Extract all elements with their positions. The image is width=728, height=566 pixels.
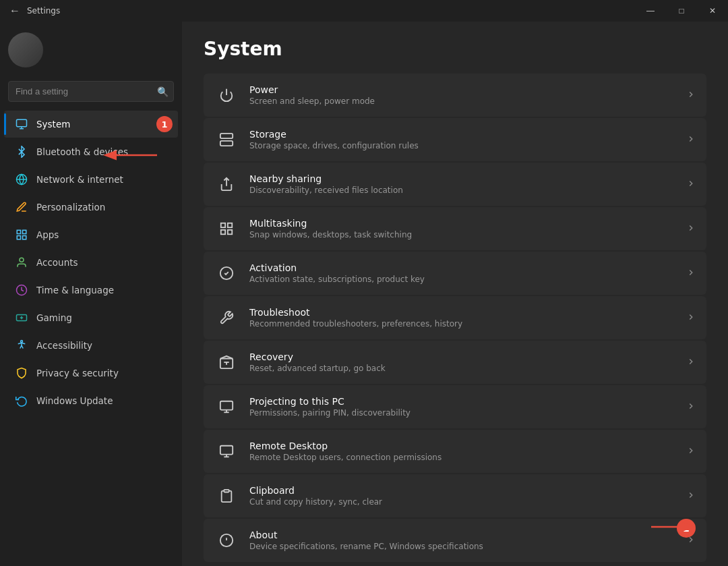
avatar bbox=[8, 32, 43, 67]
chevron-right-icon bbox=[686, 312, 696, 324]
settings-item-subtitle: Snap windows, desktops, task switching bbox=[249, 230, 675, 239]
activation-setting-icon bbox=[214, 261, 239, 285]
settings-item-text: ActivationActivation state, subscription… bbox=[249, 262, 675, 284]
window-controls: — □ ✕ bbox=[635, 0, 728, 22]
nav-item-label: Personalization bbox=[36, 202, 105, 213]
sidebar-item-accounts[interactable]: Accounts bbox=[4, 249, 178, 276]
settings-item-title: Clipboard bbox=[249, 485, 675, 496]
settings-item-subtitle: Permissions, pairing PIN, discoverabilit… bbox=[249, 408, 675, 418]
svg-point-9 bbox=[20, 258, 24, 262]
settings-item-text: AboutDevice specifications, rename PC, W… bbox=[249, 530, 675, 551]
clipboard-setting-icon bbox=[214, 484, 239, 508]
sidebar-item-gaming[interactable]: Gaming bbox=[4, 304, 178, 331]
sidebar-item-time[interactable]: Time & language bbox=[4, 277, 178, 304]
app-title: Settings bbox=[27, 6, 60, 16]
svg-rect-25 bbox=[221, 230, 225, 234]
title-bar-left: ← Settings bbox=[8, 4, 60, 18]
close-button[interactable]: ✕ bbox=[697, 0, 728, 22]
svg-rect-0 bbox=[17, 119, 27, 127]
settings-item-text: TroubleshootRecommended troubleshooters,… bbox=[249, 307, 675, 329]
settings-item-multitasking[interactable]: MultitaskingSnap windows, desktops, task… bbox=[204, 207, 706, 250]
nav-item-label: Gaming bbox=[36, 312, 72, 323]
power-setting-icon bbox=[214, 83, 239, 107]
svg-rect-6 bbox=[23, 230, 26, 233]
sidebar-item-personalization[interactable]: Personalization bbox=[4, 194, 178, 221]
title-bar: ← Settings — □ ✕ bbox=[0, 0, 728, 22]
search-box: 🔍 bbox=[8, 81, 174, 102]
back-button[interactable]: ← bbox=[8, 4, 22, 18]
settings-item-text: Nearby sharingDiscoverability, received … bbox=[249, 173, 675, 195]
settings-item-subtitle: Activation state, subscriptions, product… bbox=[249, 275, 675, 284]
svg-rect-5 bbox=[17, 230, 20, 233]
user-section bbox=[0, 22, 182, 78]
settings-item-activation[interactable]: ActivationActivation state, subscription… bbox=[204, 252, 706, 295]
settings-item-title: Multitasking bbox=[249, 218, 675, 229]
settings-item-text: ClipboardCut and copy history, sync, cle… bbox=[249, 485, 675, 507]
settings-item-subtitle: Reset, advanced startup, go back bbox=[249, 364, 675, 373]
chevron-right-icon bbox=[686, 268, 696, 279]
multitasking-setting-icon bbox=[214, 217, 239, 241]
settings-item-nearby[interactable]: Nearby sharingDiscoverability, received … bbox=[204, 163, 706, 206]
svg-rect-17 bbox=[220, 134, 233, 138]
settings-item-recovery[interactable]: RecoveryReset, advanced startup, go back bbox=[204, 341, 706, 384]
settings-item-title: Power bbox=[249, 84, 675, 95]
nav-item-label: Privacy & security bbox=[36, 368, 119, 378]
projecting-setting-icon bbox=[214, 395, 239, 419]
sidebar-item-update[interactable]: Windows Update bbox=[4, 387, 178, 414]
svg-rect-24 bbox=[228, 230, 232, 234]
nav-item-label: Time & language bbox=[36, 285, 114, 295]
app-body: 🔍 System1Bluetooth & devicesNetwork & in… bbox=[0, 22, 728, 566]
svg-rect-7 bbox=[23, 236, 26, 239]
chevron-right-icon bbox=[686, 490, 696, 502]
settings-item-text: Remote DesktopRemote Desktop users, conn… bbox=[249, 441, 675, 462]
apps-icon bbox=[15, 228, 28, 242]
bluetooth-icon bbox=[15, 145, 28, 159]
nav-item-label: Windows Update bbox=[36, 395, 113, 406]
sidebar-item-system[interactable]: System1 bbox=[4, 111, 178, 138]
settings-item-title: Remote Desktop bbox=[249, 441, 675, 451]
maximize-button[interactable]: □ bbox=[666, 0, 697, 22]
search-input[interactable] bbox=[8, 81, 174, 102]
content-area: System PowerScreen and sleep, power mode… bbox=[182, 22, 728, 566]
settings-item-power[interactable]: PowerScreen and sleep, power mode bbox=[204, 74, 706, 117]
accessibility-icon bbox=[15, 339, 28, 352]
settings-item-storage[interactable]: StorageStorage space, drives, configurat… bbox=[204, 118, 706, 161]
nav-item-label: System bbox=[36, 119, 70, 130]
settings-item-text: RecoveryReset, advanced startup, go back bbox=[249, 351, 675, 373]
chevron-right-icon bbox=[686, 357, 696, 368]
settings-item-clipboard[interactable]: ClipboardCut and copy history, sync, cle… bbox=[204, 474, 706, 517]
settings-item-text: MultitaskingSnap windows, desktops, task… bbox=[249, 218, 675, 239]
nearby-setting-icon bbox=[214, 172, 239, 196]
sidebar-item-network[interactable]: Network & internet bbox=[4, 166, 178, 193]
nav-item-label: Bluetooth & devices bbox=[36, 146, 128, 157]
settings-item-text: PowerScreen and sleep, power mode bbox=[249, 84, 675, 106]
network-icon bbox=[15, 173, 28, 186]
chevron-right-icon bbox=[686, 134, 696, 146]
settings-item-subtitle: Cut and copy history, sync, clear bbox=[249, 497, 675, 507]
update-icon bbox=[15, 394, 28, 407]
minimize-button[interactable]: — bbox=[635, 0, 666, 22]
sidebar-item-accessibility[interactable]: Accessibility bbox=[4, 332, 178, 359]
sidebar-item-bluetooth[interactable]: Bluetooth & devices bbox=[4, 138, 178, 165]
settings-item-troubleshoot[interactable]: TroubleshootRecommended troubleshooters,… bbox=[204, 296, 706, 339]
settings-item-subtitle: Recommended troubleshooters, preferences… bbox=[249, 319, 675, 329]
gaming-icon bbox=[15, 311, 28, 324]
privacy-icon bbox=[15, 366, 28, 380]
settings-item-about[interactable]: AboutDevice specifications, rename PC, W… bbox=[204, 519, 706, 562]
sidebar-item-apps[interactable]: Apps bbox=[4, 221, 178, 248]
settings-item-remote[interactable]: Remote DesktopRemote Desktop users, conn… bbox=[204, 430, 706, 473]
settings-list: PowerScreen and sleep, power modeStorage… bbox=[204, 74, 706, 562]
svg-rect-8 bbox=[17, 236, 20, 239]
chevron-right-icon bbox=[686, 401, 696, 413]
sidebar-item-privacy[interactable]: Privacy & security bbox=[4, 360, 178, 387]
about-setting-icon bbox=[214, 528, 239, 553]
page-title: System bbox=[204, 38, 706, 60]
time-icon bbox=[15, 283, 28, 297]
settings-item-subtitle: Screen and sleep, power mode bbox=[249, 96, 675, 106]
troubleshoot-setting-icon bbox=[214, 306, 239, 330]
settings-item-title: About bbox=[249, 530, 675, 540]
settings-item-title: Activation bbox=[249, 262, 675, 273]
settings-item-projecting[interactable]: Projecting to this PCPermissions, pairin… bbox=[204, 385, 706, 428]
settings-item-title: Recovery bbox=[249, 351, 675, 362]
chevron-right-icon bbox=[686, 223, 696, 235]
